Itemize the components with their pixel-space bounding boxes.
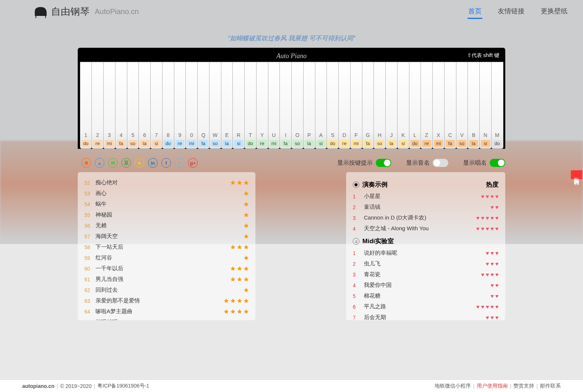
white-key-3[interactable]: 3mi <box>103 62 115 149</box>
song-row[interactable]: 6平凡之路♥♥♥♥♥ <box>353 301 499 312</box>
star-icon: ★ <box>230 179 235 186</box>
white-key-X[interactable]: Xmi <box>432 62 445 149</box>
footer: autopiano.cn | © 2019~2020 | 粤ICP备190619… <box>0 379 583 392</box>
sing-name-toggle[interactable] <box>490 159 505 167</box>
heart-rating: ♥♥♥ <box>486 314 499 320</box>
song-row[interactable]: 1说好的幸福呢♥♥♥ <box>353 248 499 258</box>
white-key-6[interactable]: 6la <box>138 62 151 149</box>
song-row[interactable]: 57海阔天空★ <box>84 231 249 242</box>
share-icon-8[interactable]: g+ <box>188 158 198 168</box>
share-icon-6[interactable]: f <box>161 158 171 168</box>
white-key-Y[interactable]: Yre <box>256 62 268 149</box>
white-key-P[interactable]: Pla <box>303 62 315 149</box>
footer-right-3[interactable]: 邮件联系 <box>540 383 561 389</box>
sing-name-toggle-label: 显示唱名 <box>463 159 487 167</box>
white-key-J[interactable]: Jla <box>385 62 398 149</box>
heart-icon: ♥ <box>495 261 499 267</box>
song-row[interactable]: 60一千年以后★★★ <box>84 263 249 274</box>
white-key-4[interactable]: 4fa <box>115 62 127 149</box>
heart-icon: ♥ <box>490 261 494 267</box>
song-row[interactable]: 52痴心绝对★★★ <box>84 177 249 188</box>
white-key-F[interactable]: Fmi <box>350 62 362 149</box>
song-row[interactable]: 2童话镇♥♥ <box>353 202 499 212</box>
white-key-Q[interactable]: Qfa <box>197 62 210 149</box>
nav-item-2[interactable]: 更换壁纸 <box>540 4 568 19</box>
white-key-S[interactable]: Sdo <box>326 62 339 149</box>
white-key-T[interactable]: Tdo <box>244 62 257 149</box>
share-icons: ✱▲✉豆★inftg+ <box>81 158 198 168</box>
song-row[interactable]: 59红河谷★ <box>84 252 249 263</box>
song-row[interactable]: 61男儿当自强★★★ <box>84 274 249 285</box>
song-row[interactable]: 54蜗牛★ <box>84 199 249 210</box>
song-row[interactable]: 55神秘园★ <box>84 210 249 220</box>
song-row[interactable]: 65想唱就唱★★★ <box>84 317 249 320</box>
logo[interactable]: 自由钢琴 AutoPiano.cn <box>33 4 139 19</box>
song-row[interactable]: 62回到过去★ <box>84 285 249 295</box>
note-name-toggle[interactable] <box>433 159 448 167</box>
white-key-0[interactable]: 0mi <box>185 62 198 149</box>
share-icon-3[interactable]: 豆 <box>121 158 131 168</box>
song-list-tab[interactable]: 歌曲列表 <box>571 170 582 179</box>
key-label: L <box>409 132 421 138</box>
white-key-I[interactable]: Ifa <box>279 62 292 149</box>
white-key-O[interactable]: Oso <box>291 62 304 149</box>
footer-right-0[interactable]: 地铁微信小程序 <box>435 383 471 389</box>
share-icon-4[interactable]: ★ <box>135 158 144 168</box>
song-row[interactable]: 4天空之城 - Along With You♥♥♥♥♥ <box>353 223 499 234</box>
song-name: 红河谷 <box>96 254 244 261</box>
song-row[interactable]: 63亲爱的那不是爱情★★★★ <box>84 295 249 306</box>
white-key-G[interactable]: Gfa <box>362 62 374 149</box>
white-key-H[interactable]: Hso <box>373 62 386 149</box>
footer-right-2[interactable]: 赞赏支持 <box>513 383 534 389</box>
song-row[interactable]: 58下一站天后★★★ <box>84 242 249 252</box>
nav-item-0[interactable]: 首页 <box>468 4 482 19</box>
footer-right-1[interactable]: 用户使用指南 <box>477 383 508 389</box>
share-icon-7[interactable]: t <box>175 158 184 168</box>
song-row[interactable]: 3Cannon in D (D大调卡农)♥♥♥♥♥ <box>353 212 499 223</box>
song-row[interactable]: 7后会无期♥♥♥ <box>353 312 499 320</box>
song-row[interactable]: 53画心★ <box>84 188 249 199</box>
white-key-5[interactable]: 5so <box>127 62 139 149</box>
song-row[interactable]: 3青花瓷♥♥♥♥ <box>353 269 499 280</box>
white-key-V[interactable]: Vso <box>456 62 468 149</box>
song-number: 64 <box>84 309 96 315</box>
footer-left-2[interactable]: 粤ICP备19061906号-1 <box>97 383 149 389</box>
star-icon: ★ <box>230 244 235 251</box>
star-rating: ★★★ <box>230 179 249 186</box>
white-key-N[interactable]: Nsi <box>479 62 492 149</box>
white-key-1[interactable]: 1do <box>80 62 92 149</box>
share-icon-0[interactable]: ✱ <box>81 158 91 168</box>
white-key-Z[interactable]: Zre <box>421 62 433 149</box>
share-icon-1[interactable]: ▲ <box>95 158 104 168</box>
key-label: 4 <box>115 132 127 138</box>
white-key-E[interactable]: Ela <box>221 62 233 149</box>
white-key-7[interactable]: 7si <box>150 62 162 149</box>
song-row[interactable]: 2虫儿飞♥♥♥ <box>353 258 499 269</box>
white-key-K[interactable]: Ksi <box>397 62 409 149</box>
song-row[interactable]: 1小星星♥♥♥♥ <box>353 191 499 202</box>
heart-icon: ♥ <box>495 225 499 232</box>
white-key-8[interactable]: 8do <box>162 62 174 149</box>
share-icon-2[interactable]: ✉ <box>108 158 118 168</box>
white-key-U[interactable]: Umi <box>268 62 280 149</box>
share-icon-5[interactable]: in <box>148 158 158 168</box>
song-row[interactable]: 56无赖★ <box>84 220 249 231</box>
white-key-C[interactable]: Cfa <box>444 62 456 149</box>
white-key-A[interactable]: Asi <box>315 62 327 149</box>
song-row[interactable]: 64哆啦A梦主题曲★★★★ <box>84 306 249 317</box>
white-key-W[interactable]: Wso <box>209 62 221 149</box>
white-key-D[interactable]: Dre <box>338 62 351 149</box>
heart-icon: ♥ <box>495 193 499 200</box>
white-key-R[interactable]: Rsi <box>232 62 245 149</box>
white-key-2[interactable]: 2re <box>91 62 104 149</box>
key-label: I <box>280 132 291 138</box>
white-key-L[interactable]: Ldo <box>409 62 421 149</box>
white-key-B[interactable]: Bla <box>468 62 480 149</box>
nav-item-1[interactable]: 友情链接 <box>497 4 525 19</box>
footer-left-0[interactable]: autopiano.cn <box>22 383 54 389</box>
key-hint-toggle[interactable] <box>376 159 391 167</box>
song-row[interactable]: 4我爱你中国♥♥ <box>353 280 499 291</box>
song-row[interactable]: 5棉花糖♥♥ <box>353 291 499 301</box>
white-key-M[interactable]: Mdo <box>491 62 503 149</box>
white-key-9[interactable]: 9re <box>174 62 186 149</box>
